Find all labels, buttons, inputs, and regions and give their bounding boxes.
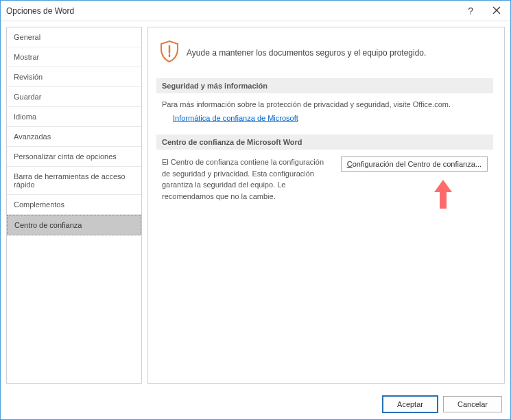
category-sidebar: General Mostrar Revisión Guardar Idioma … (6, 27, 142, 384)
titlebar-controls: ? (458, 3, 510, 19)
sidebar-item-complementos[interactable]: Complementos (7, 195, 141, 215)
ok-button[interactable]: Aceptar (383, 396, 438, 412)
sidebar-item-label: Idioma (14, 113, 36, 121)
section-header-centro-confianza: Centro de confianza de Microsoft Word (156, 135, 493, 150)
sidebar-item-label: Guardar (14, 93, 41, 101)
sidebar-item-label: Mostrar (14, 53, 39, 61)
sidebar-item-label: Centro de confianza (14, 221, 82, 229)
sidebar-item-avanzadas[interactable]: Avanzadas (7, 127, 141, 147)
sidebar-item-idioma[interactable]: Idioma (7, 107, 141, 127)
sidebar-item-guardar[interactable]: Guardar (7, 87, 141, 107)
sidebar-item-label: General (14, 33, 40, 41)
sidebar-item-label: Complementos (14, 200, 64, 209)
help-button[interactable]: ? (458, 3, 483, 19)
trust-center-settings-button[interactable]: Configuración del Centro de confianza... (341, 156, 488, 172)
sidebar-item-general[interactable]: General (7, 27, 141, 47)
button-label-rest: onfiguración del Centro de confianza... (353, 160, 482, 168)
banner: Ayude a mantener los documentos seguros … (156, 36, 493, 75)
banner-text: Ayude a mantener los documentos seguros … (187, 48, 426, 58)
annotation-arrow-icon (433, 178, 453, 214)
sidebar-item-label: Personalizar cinta de opciones (14, 152, 117, 161)
titlebar: Opciones de Word ? (1, 1, 510, 21)
sidebar-item-revision[interactable]: Revisión (7, 67, 141, 87)
sidebar-item-label: Revisión (14, 73, 43, 81)
close-button[interactable] (483, 3, 510, 19)
sidebar-item-personalizar-cinta[interactable]: Personalizar cinta de opciones (7, 147, 141, 167)
dialog-footer: Aceptar Cancelar (1, 389, 510, 419)
sidebar-item-mostrar[interactable]: Mostrar (7, 47, 141, 67)
link-informatica-confianza[interactable]: Informática de confianza de Microsoft (173, 114, 298, 122)
section-text: Para más información sobre la protección… (162, 100, 488, 108)
trust-text: El Centro de confianza contiene la confi… (162, 156, 334, 202)
shield-icon (159, 40, 180, 66)
window-title: Opciones de Word (6, 6, 458, 16)
sidebar-item-label: Avanzadas (14, 132, 51, 141)
cancel-button[interactable]: Cancelar (443, 396, 502, 412)
sidebar-item-centro-confianza[interactable]: Centro de confianza (7, 215, 141, 235)
sidebar-item-label: Barra de herramientas de acceso rápido (14, 172, 126, 189)
section-body-seguridad: Para más información sobre la protección… (156, 93, 493, 132)
section-header-seguridad: Seguridad y más información (156, 78, 493, 93)
content-panel: Ayude a mantener los documentos seguros … (147, 27, 505, 384)
close-icon (492, 6, 501, 14)
sidebar-item-barra-acceso-rapido[interactable]: Barra de herramientas de acceso rápido (7, 167, 141, 195)
button-accelerator: C (347, 160, 353, 168)
dialog-body: General Mostrar Revisión Guardar Idioma … (1, 21, 510, 389)
options-dialog: Opciones de Word ? General Mostrar Revis… (0, 0, 511, 420)
